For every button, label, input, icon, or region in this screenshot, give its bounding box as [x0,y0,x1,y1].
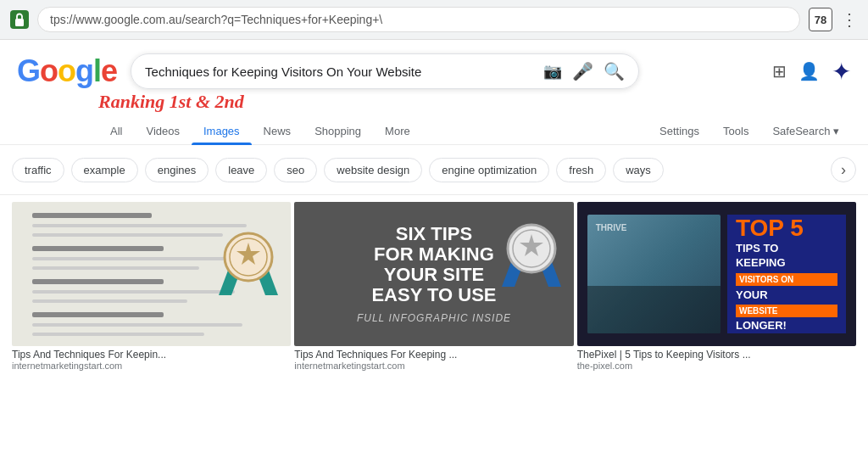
apps-grid-icon[interactable]: ⊞ [772,61,787,81]
tab-settings[interactable]: Settings [648,118,711,144]
ranking-text: Ranking 1st & 2nd [98,91,244,112]
chip-website-design[interactable]: website design [324,158,422,182]
safe-search[interactable]: SafeSearch ▾ [760,118,851,144]
google-header: Google Techniques for Keeping Visitors O… [0,40,868,89]
image-col-1: Tips And Techniques For Keepin... intern… [12,202,291,371]
nav-right: Settings Tools SafeSearch ▾ [648,118,851,144]
lock-icon [10,10,29,29]
chip-ways[interactable]: ways [613,158,664,182]
image-caption-3: ThePixel | 5 Tips to Keeping Visitors ..… [577,349,856,361]
logo-o1: o [40,53,58,88]
search-box-wrap: Techniques for Keeping Visitors On Your … [131,53,639,89]
image-thumb-1 [12,202,291,346]
search-query-text: Techniques for Keeping Visitors On Your … [145,64,537,79]
visitors-badge: VISITORS ON [736,273,837,286]
header-right: ⊞ 👤 ✦ [772,58,851,86]
image-item-1[interactable]: Tips And Techniques For Keepin... intern… [12,202,291,371]
image-3-left: THRIVE [587,215,721,333]
chip-fresh[interactable]: fresh [556,158,606,182]
tab-tools[interactable]: Tools [711,118,760,144]
tab-images[interactable]: Images [192,118,252,144]
image-caption-2: Tips And Techniques For Keeping ... [294,349,573,361]
mic-icon[interactable]: 🎤 [572,61,593,81]
chip-seo[interactable]: seo [274,158,317,182]
camera-icon[interactable]: 📷 [543,62,562,81]
image-2-title: SIX TIPSFOR MAKINGYOUR SITEEASY TO USE [371,224,496,306]
silver-medal [498,219,565,295]
logo-l: l [93,53,101,88]
image-3-photo: THRIVE [587,215,721,333]
top5-number: TOP 5 [736,215,837,242]
nav-tabs: All Videos Images News Shopping More Set… [0,113,868,145]
image-source-2: internetmarketingstart.com [294,361,573,371]
tab-news[interactable]: News [252,118,303,144]
tab-all[interactable]: All [98,118,134,144]
search-box[interactable]: Techniques for Keeping Visitors On Your … [131,53,639,89]
image-3-overlay [587,286,721,333]
logo-g: G [17,53,40,88]
image-source-1: internetmarketingstart.com [12,361,291,371]
image-grid: Tips And Techniques For Keepin... intern… [0,195,868,378]
chip-engines[interactable]: engines [145,158,209,182]
chip-leave[interactable]: leave [215,158,267,182]
account-icon[interactable]: 👤 [798,61,820,81]
tab-shopping[interactable]: Shopping [303,118,373,144]
svg-rect-0 [15,19,24,26]
longer-label: LONGER! [736,319,837,333]
logo-g2: g [75,53,93,88]
image-2-sub: FULL INFOGRAPHIC INSIDE [357,312,511,324]
tab-counter: 78 [809,8,832,31]
chip-example[interactable]: example [71,158,138,182]
your-label: YOUR [736,288,837,303]
filter-chips: traffic example engines leave seo websit… [0,145,868,195]
bookmark-star-icon[interactable]: ✦ [832,58,851,86]
tab-more[interactable]: More [373,118,422,144]
top5-label: TIPS TOKEEPING [736,242,837,271]
tab-videos[interactable]: Videos [134,118,192,144]
browser-chrome: tps://www.google.com.au/search?q=Techniq… [0,0,868,40]
image-thumb-2: SIX TIPSFOR MAKINGYOUR SITEEASY TO USE F… [294,202,573,346]
chips-next-arrow[interactable]: › [831,157,856,182]
address-bar[interactable]: tps://www.google.com.au/search?q=Techniq… [37,7,800,32]
image-col-2: SIX TIPSFOR MAKINGYOUR SITEEASY TO USE F… [294,202,573,371]
address-text: tps://www.google.com.au/search?q=Techniq… [50,13,382,26]
image-3-right: TOP 5 TIPS TOKEEPING VISITORS ON YOUR WE… [727,215,846,333]
gold-medal [214,227,282,304]
chip-engine-optimization[interactable]: engine optimization [429,158,549,182]
image-item-2[interactable]: SIX TIPSFOR MAKINGYOUR SITEEASY TO USE F… [294,202,573,371]
google-logo: Google [17,53,117,89]
ranking-text-wrap: Ranking 1st & 2nd [0,89,868,113]
browser-menu-icon[interactable]: ⋮ [841,9,858,30]
logo-e: e [101,53,117,88]
logo-o2: o [58,53,75,88]
chip-traffic[interactable]: traffic [12,158,64,182]
search-icons: 📷 🎤 🔍 [543,61,625,81]
website-badge: WEBSITE [736,305,837,317]
image-item-3[interactable]: THRIVE TOP 5 TIPS TOKEEPING VISITORS ON … [577,202,856,371]
image-source-3: the-pixel.com [577,361,856,371]
image-thumb-3: THRIVE TOP 5 TIPS TOKEEPING VISITORS ON … [577,202,856,346]
search-icon[interactable]: 🔍 [604,61,625,81]
image-caption-1: Tips And Techniques For Keepin... [12,349,291,361]
image-col-3: THRIVE TOP 5 TIPS TOKEEPING VISITORS ON … [577,202,856,371]
